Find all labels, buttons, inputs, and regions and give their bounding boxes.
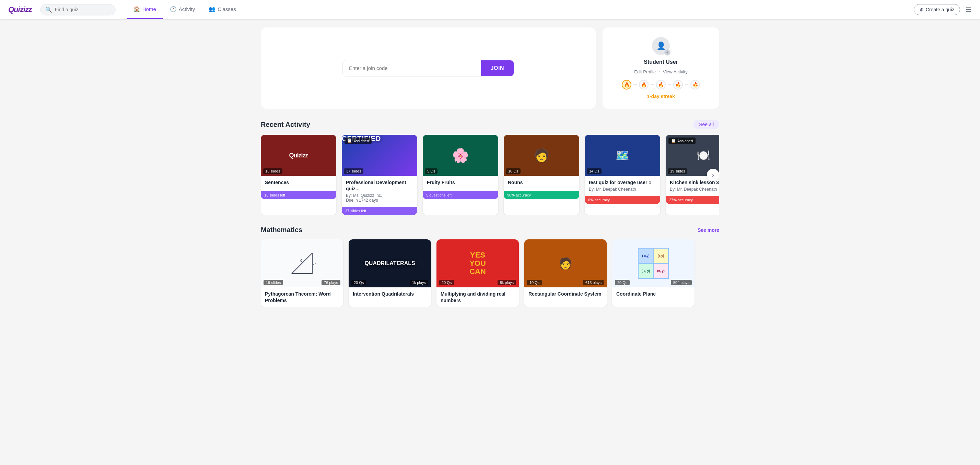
- cards-next-arrow[interactable]: ›: [707, 169, 719, 181]
- math-badge-right-coordinate: 504 plays: [671, 280, 692, 285]
- card-assigned-badge-kitchen: 📋 Assigned: [668, 138, 695, 144]
- card-body-test: test quiz for overage user 1 By: Mr. Dee…: [585, 176, 660, 194]
- create-icon: ⊕: [920, 7, 924, 12]
- streak-dot-1: 🔥: [622, 80, 632, 89]
- streak-dot-5: 🔥: [690, 80, 700, 89]
- edit-profile-link[interactable]: Edit Profile: [634, 69, 656, 75]
- streak-label: 1-day streak: [647, 94, 675, 99]
- search-bar[interactable]: 🔍: [40, 4, 116, 16]
- math-card-multiplying[interactable]: YESYOUCAN 20 Qs 8k plays Multiplying and…: [436, 240, 519, 306]
- quadrilaterals-text: QUADRILATERALS: [364, 260, 415, 267]
- coord-grid: (-x,y) (x,y) (-x,-y) (x,-y): [638, 248, 669, 279]
- svg-text:a: a: [313, 261, 316, 266]
- card-sentences[interactable]: Quizizz 13 slides Sentences 13 slides le…: [261, 135, 336, 215]
- card-title-nouns: Nouns: [508, 179, 575, 186]
- rectangular-portrait: 🧑: [558, 257, 572, 270]
- nav-link-classes[interactable]: 👥 Classes: [202, 0, 243, 19]
- math-card-pythagorean[interactable]: c a 19 slides 76 plays Pythagorean Theor…: [261, 240, 343, 306]
- math-badge-left-quadrilaterals: 20 Qs: [352, 280, 366, 285]
- card-progress-nouns: 90% accuracy: [504, 191, 579, 199]
- math-thumb-quadrilaterals: QUADRILATERALS 20 Qs 1k plays: [348, 240, 431, 287]
- assigned-icon-kitchen: 📋: [671, 138, 676, 143]
- card-meta-by-professional: By: Ms. Quizizz Inc.: [346, 193, 413, 198]
- card-professional[interactable]: CERTIFIED 📋 Assigned 37 slides Professio…: [342, 135, 417, 215]
- home-icon: 🏠: [134, 6, 140, 12]
- join-button[interactable]: JOIN: [481, 60, 514, 76]
- streak-dots: 🔥 🔥 🔥 🔥 🔥: [622, 80, 700, 89]
- card-title-test: test quiz for overage user 1: [589, 179, 656, 186]
- math-card-body-pythagorean: Pythagorean Theorem: Word Problems: [261, 287, 343, 306]
- math-badge-right-rectangular: 613 plays: [583, 280, 604, 285]
- card-progress-sentences: 13 slides left: [261, 191, 336, 199]
- view-activity-link[interactable]: View Activity: [663, 69, 688, 75]
- svg-line-0: [292, 253, 312, 274]
- math-thumb-rectangular: 🧑 10 Qs 613 plays: [524, 240, 607, 287]
- recent-activity-section: Recent Activity See all Quizizz 13 slide…: [261, 120, 719, 215]
- math-card-title-quadrilaterals: Intervention Quadrilaterals: [353, 291, 427, 297]
- card-body-sentences: Sentences: [261, 176, 336, 190]
- card-thumb-test: 🗺️ 14 Qs: [585, 135, 660, 176]
- card-body-fruity: Fruity Fruits: [423, 176, 498, 190]
- join-card: JOIN: [261, 27, 596, 109]
- mathematics-header: Mathematics See more: [261, 226, 719, 234]
- coord-cell-q1: (x,y): [653, 248, 668, 263]
- mathematics-section: Mathematics See more c a 19 slides 76 pl…: [261, 226, 719, 306]
- hero-section: JOIN 👤 + Student User Edit Profile • Vie…: [261, 27, 719, 109]
- card-nouns[interactable]: 🧑 10 Qs Nouns 90% accuracy: [504, 135, 579, 215]
- card-fruity[interactable]: 🌸 5 Qs Fruity Fruits 5 questions left: [423, 135, 498, 215]
- see-all-button[interactable]: See all: [694, 120, 719, 129]
- math-card-title-coordinate: Coordinate Plane: [616, 291, 690, 297]
- card-title-fruity: Fruity Fruits: [427, 179, 494, 186]
- nav-link-home-label: Home: [142, 6, 156, 12]
- profile-name: Student User: [644, 59, 678, 65]
- math-card-body-multiplying: Multiplying and dividing real numbers: [436, 287, 519, 306]
- menu-icon[interactable]: ☰: [966, 5, 972, 14]
- yes-you-can-text: YESYOUCAN: [469, 251, 486, 276]
- progress-label-sentences: 13 slides left: [264, 193, 285, 197]
- nav-link-activity[interactable]: 🕐 Activity: [163, 0, 202, 19]
- mathematics-title: Mathematics: [261, 226, 302, 234]
- nav-link-classes-label: Classes: [218, 6, 236, 12]
- join-code-input[interactable]: [343, 60, 481, 76]
- logo[interactable]: Quizizz: [8, 5, 32, 14]
- streak-connector-3: [668, 84, 671, 85]
- card-badge-kitchen: 19 slides: [668, 168, 687, 174]
- math-badge-left-multiplying: 20 Qs: [439, 280, 454, 285]
- create-quiz-button[interactable]: ⊕ Create a quiz: [914, 4, 960, 15]
- math-card-rectangular[interactable]: 🧑 10 Qs 613 plays Rectangular Coordinate…: [524, 240, 607, 306]
- card-meta-kitchen: By: Mr. Deepak Cheenath: [670, 187, 719, 192]
- card-badge-nouns: 10 Qs: [506, 168, 520, 174]
- math-card-coordinate[interactable]: (-x,y) (x,y) (-x,-y) (x,-y) 20 Qs 504 pl…: [612, 240, 695, 306]
- svg-text:c: c: [300, 257, 303, 263]
- profile-card: 👤 + Student User Edit Profile • View Act…: [603, 27, 719, 109]
- streak-connector-2: [651, 84, 654, 85]
- math-thumb-coordinate: (-x,y) (x,y) (-x,-y) (x,-y) 20 Qs 504 pl…: [612, 240, 695, 287]
- streak-connector-4: [685, 84, 688, 85]
- math-thumb-multiplying: YESYOUCAN 20 Qs 8k plays: [436, 240, 519, 287]
- progress-label-test: 0% accuracy: [588, 198, 610, 202]
- recent-activity-cards: Quizizz 13 slides Sentences 13 slides le…: [261, 135, 719, 215]
- classes-icon: 👥: [208, 6, 215, 12]
- math-card-body-quadrilaterals: Intervention Quadrilaterals: [348, 287, 431, 300]
- card-progress-professional: 37 slides left: [342, 207, 417, 215]
- nav-link-home[interactable]: 🏠 Home: [127, 0, 163, 19]
- math-card-quadrilaterals[interactable]: QUADRILATERALS 20 Qs 1k plays Interventi…: [348, 240, 431, 306]
- fruits-emoji: 🌸: [452, 148, 469, 163]
- math-card-title-pythagorean: Pythagorean Theorem: Word Problems: [265, 291, 339, 303]
- math-card-title-multiplying: Multiplying and dividing real numbers: [441, 291, 515, 303]
- math-badge-left-rectangular: 10 Qs: [527, 280, 542, 285]
- math-badge-left-coordinate: 20 Qs: [615, 280, 630, 285]
- coord-cell-q4: (x,-y): [653, 263, 668, 278]
- card-thumb-professional: CERTIFIED 📋 Assigned 37 slides: [342, 135, 417, 176]
- search-input[interactable]: [55, 7, 110, 12]
- see-more-button[interactable]: See more: [698, 227, 719, 233]
- nav-link-activity-label: Activity: [179, 6, 195, 12]
- nouns-emoji: 🧑: [534, 148, 549, 163]
- coord-cell-q2: (-x,y): [638, 248, 653, 263]
- card-thumb-nouns: 🧑 10 Qs: [504, 135, 579, 176]
- card-test-quiz[interactable]: 🗺️ 14 Qs test quiz for overage user 1 By…: [585, 135, 660, 215]
- card-title-sentences: Sentences: [265, 179, 332, 186]
- profile-links: Edit Profile • View Activity: [634, 69, 687, 75]
- coord-cell-q3: (-x,-y): [638, 263, 653, 278]
- progress-label-kitchen: 27% accuracy: [669, 198, 693, 202]
